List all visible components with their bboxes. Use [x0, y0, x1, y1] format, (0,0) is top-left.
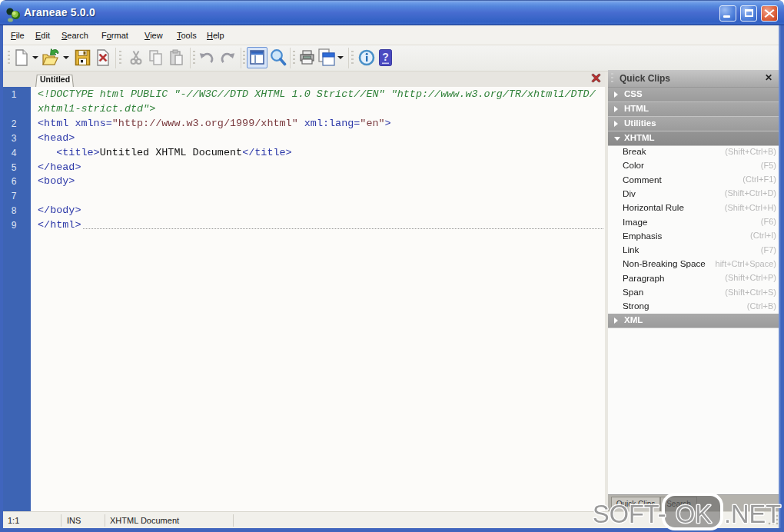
svg-text:.NET: .NET	[724, 500, 781, 528]
svg-text:?: ?	[382, 51, 389, 63]
svg-text:OK: OK	[676, 500, 712, 528]
svg-text:SOFT-: SOFT-	[593, 500, 666, 528]
